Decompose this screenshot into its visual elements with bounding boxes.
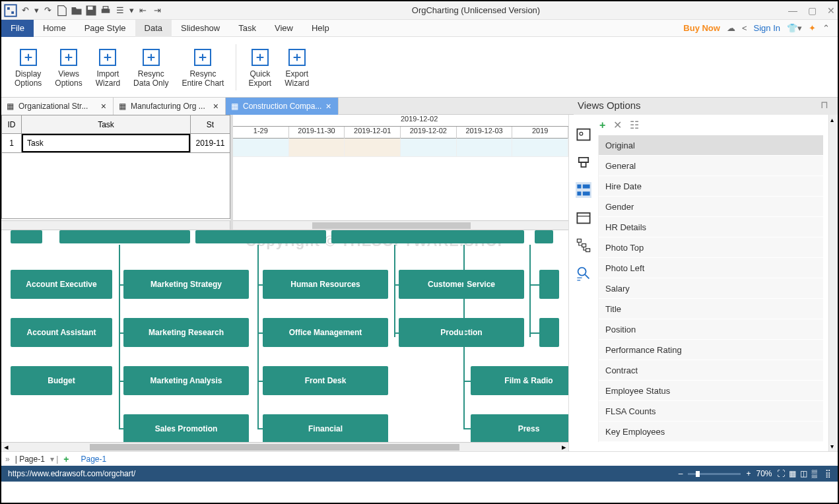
new-icon[interactable] xyxy=(55,4,69,17)
view-option-item[interactable]: Gender xyxy=(599,197,823,217)
doc-tab[interactable]: ▦Organizational Str...× xyxy=(1,98,114,115)
menu-file[interactable]: File xyxy=(1,20,34,37)
add-page-button[interactable]: + xyxy=(63,454,69,464)
view-option-item[interactable]: Photo Left xyxy=(599,258,823,278)
dropdown2-icon[interactable]: ▾ xyxy=(128,4,135,17)
zoom-in-button[interactable]: + xyxy=(746,469,751,478)
chart-icon[interactable]: ☰ xyxy=(114,4,127,17)
zoom-out-button[interactable]: – xyxy=(679,469,683,478)
menu-task[interactable]: Task xyxy=(229,20,265,37)
fit-width-icon[interactable]: ▦ xyxy=(789,469,796,478)
zoom-slider[interactable] xyxy=(688,473,741,475)
tab-close-icon[interactable]: × xyxy=(101,101,106,111)
org-node[interactable] xyxy=(59,230,190,243)
insert-right-icon[interactable]: ⇥ xyxy=(151,4,164,17)
org-node[interactable]: Sales Promotion xyxy=(123,414,249,442)
view-option-item[interactable]: Position xyxy=(599,319,823,340)
fit-page-icon[interactable]: ⛶ xyxy=(777,469,785,478)
view-option-item[interactable]: Contract xyxy=(599,360,823,381)
org-node[interactable]: Budget xyxy=(11,366,112,395)
undo-icon[interactable]: ↶ xyxy=(18,4,32,17)
ribbon-quick[interactable]: QuickExport xyxy=(242,46,278,88)
task-grid[interactable]: ID Task St 1 2019-11 xyxy=(1,115,230,230)
view-option-item[interactable]: Key Employees xyxy=(599,422,823,442)
page-current[interactable]: | Page-1 xyxy=(15,455,45,464)
shirt-icon[interactable]: 👕▾ xyxy=(787,23,802,33)
org-node[interactable]: Office Management xyxy=(263,318,388,347)
org-node[interactable]: Account Assistant xyxy=(11,318,112,347)
menu-slideshow[interactable]: Slideshow xyxy=(172,20,229,37)
tab-close-icon[interactable]: × xyxy=(325,101,331,111)
org-node[interactable]: Marketing Strategy xyxy=(123,270,249,299)
org-node[interactable]: Film & Radio xyxy=(471,366,568,395)
view-option-item[interactable]: Employee Status xyxy=(599,381,823,401)
menu-home[interactable]: Home xyxy=(34,20,75,37)
col-id[interactable]: ID xyxy=(2,115,22,134)
page-tab[interactable]: Page-1 xyxy=(81,455,106,464)
col-task[interactable]: Task xyxy=(22,115,191,134)
search-filter-icon[interactable] xyxy=(576,265,591,281)
ribbon-export[interactable]: ExportWizard xyxy=(278,46,316,88)
tab-close-icon[interactable]: × xyxy=(213,101,218,111)
maximize-icon[interactable]: ▢ xyxy=(808,5,817,16)
org-node[interactable] xyxy=(11,230,42,243)
print-icon[interactable] xyxy=(99,4,112,17)
org-node[interactable]: Front Desk xyxy=(263,366,388,395)
menu-help[interactable]: Help xyxy=(302,20,339,37)
view-option-item[interactable]: Hire Date xyxy=(599,176,823,197)
open-icon[interactable] xyxy=(70,4,83,17)
org-node[interactable] xyxy=(331,230,524,243)
share-icon[interactable]: < xyxy=(742,23,747,33)
menu-data[interactable]: Data xyxy=(135,20,172,37)
buy-now-button[interactable]: Buy Now xyxy=(683,23,720,33)
gantt-timeline[interactable]: 2019-12-02 1-292019-11-302019-12-012019-… xyxy=(230,115,568,230)
view-option-item[interactable]: Title xyxy=(599,299,823,319)
org-node[interactable]: Marketing Analysis xyxy=(123,366,249,395)
add-view-button[interactable]: + xyxy=(599,119,605,131)
config-view-button[interactable]: ☷ xyxy=(630,119,639,131)
chart-canvas[interactable]: Copyright © THESOFTWARE.SHOP Account Exe… xyxy=(1,230,568,442)
close-icon[interactable]: ✕ xyxy=(827,5,835,16)
view-option-item[interactable]: HR Details xyxy=(599,217,823,237)
org-node[interactable]: Human Resources xyxy=(263,270,388,299)
view-option-item[interactable]: Salary xyxy=(599,278,823,299)
row-id[interactable]: 1 xyxy=(2,134,22,153)
ribbon-display[interactable]: DisplayOptions xyxy=(8,46,48,88)
org-node[interactable] xyxy=(539,270,559,299)
task-input[interactable] xyxy=(26,135,186,151)
minimize-icon[interactable]: — xyxy=(788,5,797,16)
view-option-item[interactable]: Photo Top xyxy=(599,237,823,258)
grid-icon[interactable]: ▒ xyxy=(811,469,817,478)
fit-height-icon[interactable]: ◫ xyxy=(800,469,807,478)
org-node[interactable]: Financial xyxy=(263,414,388,442)
page-menu-icon[interactable]: » xyxy=(5,455,10,464)
pin-icon[interactable]: ⊓ xyxy=(821,99,828,111)
page-dropdown-icon[interactable]: ▾ | xyxy=(50,455,58,464)
status-url[interactable]: https://www.edrawsoft.com/orgchart/ xyxy=(8,469,135,478)
collapse-ribbon-icon[interactable]: ⌃ xyxy=(822,23,830,33)
org-node[interactable]: Production xyxy=(399,318,524,347)
views-vscroll[interactable]: ▴ ▾ xyxy=(828,115,838,451)
ribbon-views[interactable]: ViewsOptions xyxy=(48,46,88,88)
cloud-icon[interactable]: ☁ xyxy=(727,23,735,33)
dropdown-icon[interactable]: ▾ xyxy=(33,4,40,17)
view-option-item[interactable]: General xyxy=(599,156,823,176)
menu-view[interactable]: View xyxy=(265,20,302,37)
insert-left-icon[interactable]: ⇤ xyxy=(136,4,149,17)
col-start[interactable]: St xyxy=(191,115,230,134)
view-option-item[interactable]: Performance Rating xyxy=(599,340,823,360)
task-cell-editing[interactable] xyxy=(22,134,191,153)
save-icon[interactable] xyxy=(84,4,98,17)
card-icon[interactable] xyxy=(576,127,591,142)
view-option-item[interactable]: FLSA Counts xyxy=(599,401,823,422)
gantt-hscroll[interactable] xyxy=(233,220,568,230)
redo-icon[interactable]: ↷ xyxy=(41,4,54,17)
org-node[interactable]: Marketing Research xyxy=(123,318,249,347)
view-option-item[interactable]: Original xyxy=(599,135,823,156)
org-node[interactable] xyxy=(195,230,326,243)
ribbon-resync[interactable]: ResyncEntire Chart xyxy=(175,46,230,88)
calendar-icon[interactable] xyxy=(576,210,591,226)
doc-tab[interactable]: ▦Manufacturing Org ...× xyxy=(114,98,226,115)
list-view-icon[interactable] xyxy=(576,182,591,198)
doc-tab[interactable]: ▦Construction Compa...× xyxy=(226,98,339,115)
